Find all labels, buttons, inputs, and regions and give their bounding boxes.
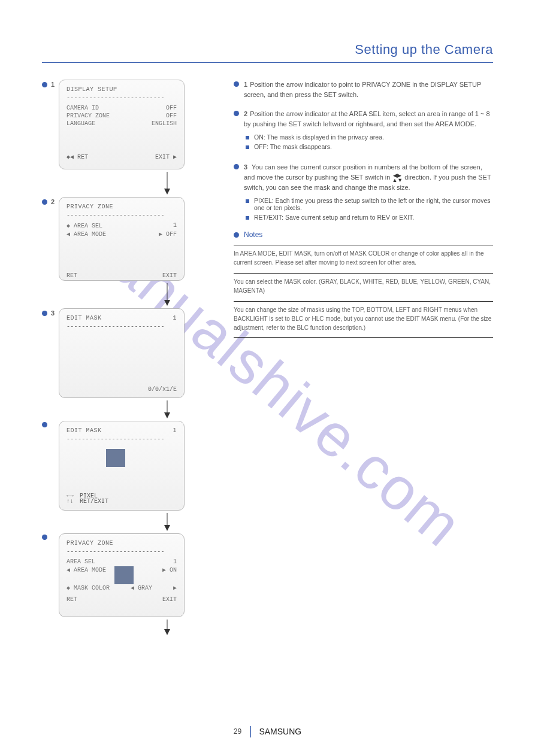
- instr-2-sub1: ON: The mask is displayed in the privacy…: [246, 133, 493, 141]
- content-columns: 1 DISPLAY SETUP ------------------------…: [42, 80, 493, 756]
- note-3: You can change the size of masks using t…: [234, 301, 493, 338]
- notes-header: Notes: [234, 230, 493, 239]
- panel5-row3: ◆ MASK COLOR ◀ GRAY ▶: [67, 584, 177, 591]
- step-2: 2 PRIVACY ZONE -------------------------…: [42, 197, 222, 281]
- panel-edit-mask-2: EDIT MASK 1 -------------------------- ←…: [59, 421, 185, 511]
- arrow-4-5: [164, 513, 171, 531]
- arrow-1-2: [164, 172, 171, 195]
- panel2-row1: ◆ AREA SEL1: [67, 222, 177, 229]
- page-footer: 29 | SAMSUNG: [0, 724, 535, 738]
- panel4-footer: ←→ ↑↓ PIXEL RET/EXIT: [67, 493, 108, 504]
- dpad-icon: ◀▶▲▼: [392, 173, 403, 183]
- arrow-2-3: [164, 283, 171, 306]
- panel-display-setup: DISPLAY SETUP --------------------------…: [59, 80, 185, 169]
- step-3-bullet: 3: [42, 308, 59, 317]
- note-2: You can select the MASK color. (GRAY, BL…: [234, 273, 493, 295]
- panel4-dashes: --------------------------: [67, 436, 177, 442]
- panel3-footer: 0/0/x1/E: [148, 386, 177, 393]
- panel3-titlerow: EDIT MASK 1: [67, 315, 177, 321]
- panel1-row3: LANGUAGEENGLISH: [67, 120, 177, 127]
- arrow-3-4: [164, 400, 171, 418]
- bullet-icon: [234, 111, 239, 116]
- panel-privacy-zone-2: PRIVACY ZONE -------------------------- …: [59, 533, 185, 617]
- mask-box: [106, 449, 125, 467]
- mask-box-2: [114, 566, 134, 584]
- instr-2: 2Position the arrow indicator at the ARE…: [234, 109, 493, 129]
- square-icon: [246, 216, 249, 220]
- panel5-title: PRIVACY ZONE: [67, 540, 177, 546]
- footer-separator: |: [249, 724, 252, 738]
- svg-marker-5: [164, 412, 170, 418]
- page-container: Setting up the Camera 1 DISPLAY SETUP --…: [0, 0, 535, 756]
- square-icon: [246, 145, 249, 149]
- panel5-row1: AREA SEL1: [67, 558, 177, 565]
- note-1: In AREA MODE, EDIT MASK, turn on/off of …: [234, 245, 493, 267]
- panel-privacy-zone: PRIVACY ZONE -------------------------- …: [59, 197, 185, 281]
- panel2-dashes: --------------------------: [67, 212, 177, 218]
- square-icon: [246, 199, 249, 203]
- svg-marker-3: [164, 300, 170, 306]
- step-3: 3 EDIT MASK 1 --------------------------…: [42, 308, 222, 398]
- step-4-bullet: [42, 421, 59, 427]
- right-column: 1Position the arrow indicator to point t…: [234, 80, 493, 756]
- svg-marker-1: [164, 189, 170, 195]
- section-header: Setting up the Camera: [42, 42, 493, 63]
- bullet-icon: [234, 81, 239, 87]
- panel1-dashes: --------------------------: [67, 95, 177, 101]
- panel-edit-mask-1: EDIT MASK 1 -------------------------- 0…: [59, 308, 185, 398]
- panel2-title: PRIVACY ZONE: [67, 204, 177, 210]
- square-icon: [246, 136, 249, 139]
- bullet-icon: [234, 232, 239, 238]
- panel5-dashes: --------------------------: [67, 548, 177, 555]
- arrow-5-down: [164, 620, 171, 635]
- instr-3-sub1: PIXEL: Each time you press the setup swi…: [246, 197, 493, 211]
- panel4-titlerow: EDIT MASK 1: [67, 427, 177, 434]
- panel1-title: DISPLAY SETUP: [67, 86, 177, 93]
- panel1-nav: ◆◀ RETEXIT ▶: [67, 153, 177, 160]
- footer-page: 29: [234, 727, 241, 736]
- svg-marker-7: [164, 525, 170, 531]
- step-5-bullet: [42, 533, 59, 540]
- svg-marker-9: [164, 629, 170, 635]
- panel2-row2: ◀ AREA MODE▶ OFF: [67, 230, 177, 238]
- instr-3-sub2: RET/EXIT: Save current setup and return …: [246, 214, 493, 221]
- instr-3: 3 You can see the current cursor positio…: [234, 162, 493, 192]
- footer-brand: SAMSUNG: [259, 727, 301, 736]
- left-column: 1 DISPLAY SETUP ------------------------…: [42, 80, 222, 756]
- panel1-row1: CAMERA IDOFF: [67, 105, 177, 111]
- step-1-bullet: 1: [42, 80, 59, 88]
- instr-2-sub2: OFF: The mask disappears.: [246, 143, 493, 150]
- panel5-nav: RETEXIT: [67, 596, 177, 603]
- bullet-icon: [234, 164, 239, 169]
- panel3-dashes: --------------------------: [67, 323, 177, 330]
- step-5: PRIVACY ZONE -------------------------- …: [42, 533, 222, 617]
- panel1-row2: PRIVACY ZONEOFF: [67, 113, 177, 119]
- arrows-icon: ←→ ↑↓: [67, 493, 74, 504]
- step-1: 1 DISPLAY SETUP ------------------------…: [42, 80, 222, 169]
- section-title: Setting up the Camera: [355, 42, 493, 57]
- step-4: EDIT MASK 1 -------------------------- ←…: [42, 421, 222, 511]
- instr-1: 1Position the arrow indicator to point t…: [234, 80, 493, 99]
- step-2-bullet: 2: [42, 197, 59, 205]
- panel2-nav: RETEXIT: [67, 272, 177, 279]
